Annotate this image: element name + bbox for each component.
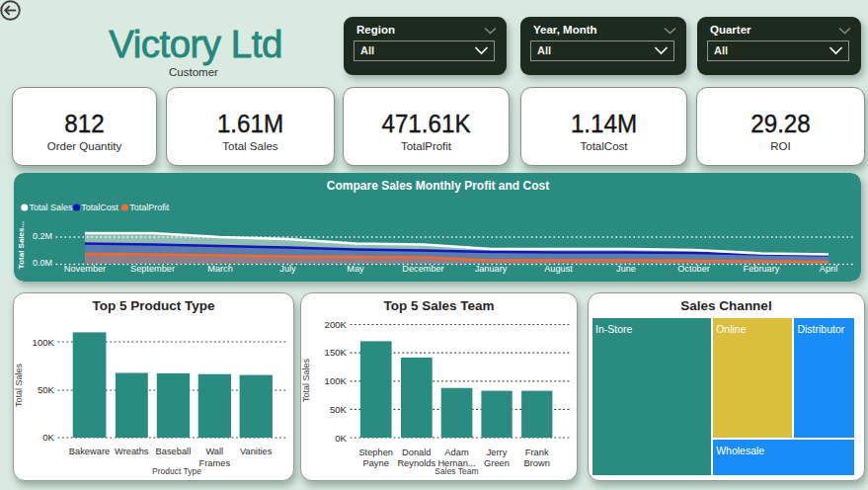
- svg-text:Total Sales: Total Sales: [30, 203, 74, 212]
- svg-text:May: May: [347, 264, 364, 274]
- svg-text:July: July: [279, 264, 296, 274]
- svg-text:0.2M: 0.2M: [33, 231, 52, 241]
- svg-text:Bakeware: Bakeware: [69, 447, 110, 456]
- svg-text:Wreaths: Wreaths: [115, 447, 149, 456]
- svg-text:Jerry: Jerry: [487, 448, 508, 457]
- svg-text:December: December: [402, 264, 443, 274]
- svg-text:TotalProfit: TotalProfit: [129, 203, 170, 212]
- svg-text:Vanities: Vanities: [240, 447, 273, 456]
- svg-text:August: August: [544, 264, 573, 274]
- svg-text:Compare Sales Monthly Profit a: Compare Sales Monthly Profit and Cost: [327, 179, 549, 193]
- svg-text:Payne: Payne: [363, 458, 389, 468]
- svg-text:Product Type: Product Type: [152, 466, 201, 476]
- svg-text:June: June: [616, 264, 636, 274]
- svg-text:Donald: Donald: [402, 448, 431, 457]
- svg-text:0.0M: 0.0M: [33, 258, 52, 268]
- svg-text:Frank: Frank: [525, 448, 549, 457]
- svg-text:Reynolds: Reynolds: [397, 458, 435, 468]
- svg-text:Total Sales: Total Sales: [14, 363, 24, 407]
- svg-text:February: February: [744, 264, 780, 274]
- svg-text:100K: 100K: [325, 375, 348, 386]
- svg-text:Frames: Frames: [199, 458, 231, 468]
- svg-text:TotalCost: TotalCost: [81, 203, 118, 212]
- svg-text:Sales Team: Sales Team: [434, 466, 478, 476]
- svg-text:Baseball: Baseball: [156, 447, 192, 456]
- svg-text:Total Sales: Total Sales: [301, 358, 311, 402]
- svg-text:Stephen: Stephen: [358, 448, 393, 457]
- svg-text:200K: 200K: [325, 319, 348, 330]
- svg-text:Green: Green: [484, 458, 510, 468]
- svg-text:March: March: [207, 264, 233, 274]
- svg-text:100K: 100K: [33, 337, 55, 348]
- svg-text:January: January: [475, 264, 508, 274]
- svg-text:Brown: Brown: [524, 458, 550, 468]
- svg-text:0K: 0K: [335, 433, 347, 444]
- svg-text:November: November: [64, 264, 106, 274]
- svg-text:April: April: [820, 264, 837, 274]
- svg-text:Wall: Wall: [205, 447, 223, 456]
- svg-text:150K: 150K: [325, 347, 348, 358]
- svg-text:September: September: [130, 264, 175, 274]
- svg-text:50K: 50K: [330, 404, 348, 415]
- svg-text:Total Sales...: Total Sales...: [17, 221, 26, 269]
- svg-text:0K: 0K: [42, 432, 54, 443]
- svg-text:Adam: Adam: [444, 448, 469, 457]
- svg-text:50K: 50K: [38, 384, 55, 395]
- svg-text:October: October: [677, 264, 710, 274]
